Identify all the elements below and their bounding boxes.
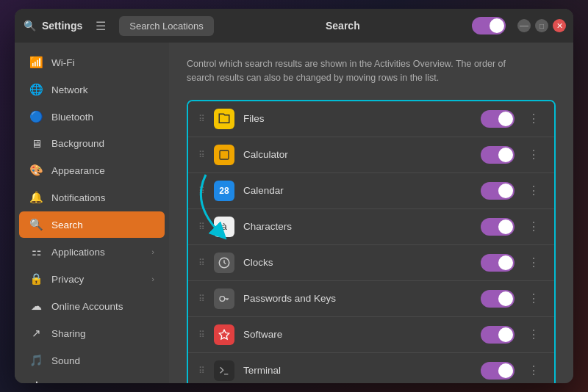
app-icon-software xyxy=(214,324,234,345)
sidebar: 📶 Wi-Fi 🌐 Network 🔵 Bluetooth 🖥 Backgrou… xyxy=(15,43,169,383)
sidebar-item-appearance[interactable]: 🎨 Appearance xyxy=(19,157,165,184)
menu-calculator[interactable]: ⋮ xyxy=(523,146,544,163)
sidebar-item-privacy[interactable]: 🔒 Privacy › xyxy=(19,266,165,292)
sidebar-label-network: Network xyxy=(51,84,154,95)
app-icon-terminal xyxy=(214,360,234,381)
menu-files[interactable]: ⋮ xyxy=(523,110,544,127)
app-name-calendar: Calendar xyxy=(243,185,472,196)
sidebar-label-notifications: Notifications xyxy=(51,192,154,203)
app-name-characters: Characters xyxy=(243,221,472,232)
close-button[interactable]: ✕ xyxy=(553,19,566,32)
content-area: 📶 Wi-Fi 🌐 Network 🔵 Bluetooth 🖥 Backgrou… xyxy=(15,43,573,383)
background-icon: 🖥 xyxy=(29,137,43,150)
drag-handle-terminal[interactable]: ⠿ xyxy=(198,366,205,376)
toggle-clocks[interactable] xyxy=(481,254,514,272)
notifications-icon: 🔔 xyxy=(29,191,43,204)
sidebar-label-background: Background xyxy=(51,138,154,149)
menu-calendar[interactable]: ⋮ xyxy=(523,182,544,199)
app-icon-calendar: 28 xyxy=(214,181,234,201)
drag-handle-characters[interactable]: ⠿ xyxy=(198,222,205,232)
applications-chevron: › xyxy=(151,247,154,256)
maximize-button[interactable]: □ xyxy=(535,19,548,32)
sidebar-item-notifications[interactable]: 🔔 Notifications xyxy=(19,184,165,211)
app-name-clocks: Clocks xyxy=(243,257,472,268)
sidebar-item-wifi[interactable]: 📶 Wi-Fi xyxy=(19,49,165,76)
drag-handle-calendar[interactable]: ⠿ xyxy=(198,186,205,196)
sidebar-item-applications[interactable]: ⚏ Applications › xyxy=(19,239,165,265)
menu-terminal[interactable]: ⋮ xyxy=(523,362,544,379)
menu-clocks[interactable]: ⋮ xyxy=(523,254,544,271)
app-name-passwords: Passwords and Keys xyxy=(243,293,472,304)
svg-point-7 xyxy=(220,296,225,301)
window-controls: — □ ✕ xyxy=(517,19,566,32)
svg-marker-10 xyxy=(219,330,229,339)
sidebar-item-network[interactable]: 🌐 Network xyxy=(19,76,165,103)
search-sidebar-icon: 🔍 xyxy=(29,218,43,231)
app-icon-clocks xyxy=(214,253,234,273)
sidebar-item-sharing[interactable]: ↗ Sharing xyxy=(19,320,165,346)
drag-handle-passwords[interactable]: ⠿ xyxy=(198,294,205,304)
titlebar-title: Search xyxy=(326,20,360,32)
list-item: ⠿ Terminal ⋮ xyxy=(188,353,554,384)
sidebar-label-sharing: Sharing xyxy=(51,328,154,339)
toggle-calculator[interactable] xyxy=(481,146,514,164)
sidebar-label-bluetooth: Bluetooth xyxy=(51,112,154,123)
drag-handle-clocks[interactable]: ⠿ xyxy=(198,258,205,268)
search-results-list: ⠿ Files ⋮ ⠿ Calculator xyxy=(187,100,556,384)
app-name-calculator: Calculator xyxy=(243,149,472,160)
app-icon-calculator xyxy=(214,145,234,165)
master-search-toggle[interactable] xyxy=(472,17,506,35)
search-locations-button[interactable]: Search Locations xyxy=(119,16,213,36)
drag-handle-software[interactable]: ⠿ xyxy=(198,330,205,340)
minimize-button[interactable]: — xyxy=(517,19,531,32)
sidebar-item-bluetooth[interactable]: 🔵 Bluetooth xyxy=(19,104,165,130)
app-title: Settings xyxy=(42,20,82,32)
sidebar-label-privacy: Privacy xyxy=(51,274,143,285)
sharing-icon: ↗ xyxy=(29,327,43,340)
network-icon: 🌐 xyxy=(29,83,43,96)
app-name-files: Files xyxy=(243,113,472,124)
app-icon-passwords xyxy=(214,288,234,309)
svg-line-6 xyxy=(224,263,226,264)
sidebar-item-search[interactable]: 🔍 Search xyxy=(19,211,165,238)
drag-handle-calculator[interactable]: ⠿ xyxy=(198,150,205,160)
toggle-calendar[interactable] xyxy=(481,182,514,200)
main-content: Control which search results are shown i… xyxy=(169,43,573,383)
sidebar-label-applications: Applications xyxy=(51,247,143,258)
drag-handle-files[interactable]: ⠿ xyxy=(198,114,205,124)
app-icon-characters: à xyxy=(214,217,234,237)
list-item: ⠿ Calculator ⋮ xyxy=(188,137,554,173)
toggle-passwords[interactable] xyxy=(481,290,514,308)
privacy-icon: 🔒 xyxy=(29,272,43,286)
sidebar-item-power[interactable]: ⏻ Power xyxy=(19,374,165,383)
sidebar-label-wifi: Wi-Fi xyxy=(51,57,154,68)
appearance-icon: 🎨 xyxy=(29,164,43,177)
sidebar-label-online-accounts: Online Accounts xyxy=(51,301,154,312)
main-wrapper: Control which search results are shown i… xyxy=(169,43,573,383)
titlebar: 🔍 Settings ☰ Search Locations Search — □… xyxy=(15,9,573,43)
toggle-terminal[interactable] xyxy=(481,362,514,380)
toggle-files[interactable] xyxy=(481,110,514,128)
list-item: ⠿ Files ⋮ xyxy=(188,101,554,137)
list-item: ⠿ Clocks ⋮ xyxy=(188,245,554,281)
sound-icon: 🎵 xyxy=(29,354,43,367)
power-icon: ⏻ xyxy=(29,381,43,383)
list-item: ⠿ à Characters ⋮ xyxy=(188,209,554,245)
app-name-software: Software xyxy=(243,329,472,340)
list-item: ⠿ Passwords and Keys ⋮ xyxy=(188,281,554,317)
online-accounts-icon: ☁ xyxy=(29,300,43,313)
list-item: ⠿ 28 Calendar ⋮ xyxy=(188,173,554,209)
hamburger-button[interactable]: ☰ xyxy=(91,16,110,36)
toggle-characters[interactable] xyxy=(481,218,514,236)
applications-icon: ⚏ xyxy=(29,245,43,258)
wifi-icon: 📶 xyxy=(29,56,43,69)
sidebar-item-sound[interactable]: 🎵 Sound xyxy=(19,347,165,374)
menu-software[interactable]: ⋮ xyxy=(523,326,544,343)
sidebar-item-background[interactable]: 🖥 Background xyxy=(19,131,165,156)
sidebar-item-online-accounts[interactable]: ☁ Online Accounts xyxy=(19,293,165,319)
sidebar-label-power: Power xyxy=(51,382,154,383)
sidebar-label-search: Search xyxy=(51,219,154,231)
menu-characters[interactable]: ⋮ xyxy=(523,218,544,235)
menu-passwords[interactable]: ⋮ xyxy=(523,290,544,307)
toggle-software[interactable] xyxy=(481,326,514,344)
